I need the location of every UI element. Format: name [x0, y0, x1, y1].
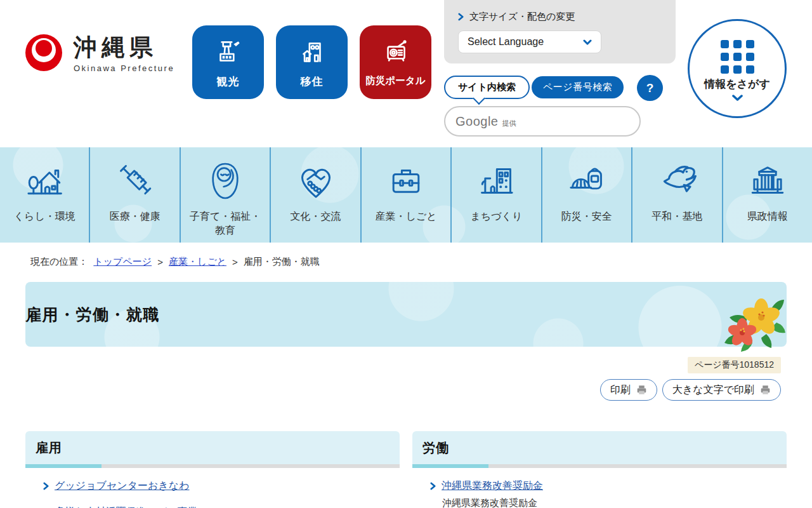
print-actions: 印刷 大きな文字で印刷: [600, 379, 781, 401]
section-employment: 雇用 グッジョブセンターおきなわ 多様な人材活躍促進モデル事業: [25, 431, 400, 508]
content-sections: 雇用 グッジョブセンターおきなわ 多様な人材活躍促進モデル事業: [25, 431, 787, 508]
site-search-tab-label: サイト内検索: [458, 81, 516, 93]
text-size-color-settings-link[interactable]: 文字サイズ・配色の変更: [458, 11, 575, 23]
print-large-text-button[interactable]: 大きな文字で印刷: [662, 379, 781, 401]
help-button-label: ?: [646, 81, 654, 95]
site-title: 沖縄県: [74, 34, 174, 62]
find-info-label: 情報をさがす: [704, 77, 770, 91]
link-description: 沖縄県業務改善奨励金: [442, 497, 787, 508]
breadcrumb-link-industry-work[interactable]: 産業・しごと: [169, 256, 226, 268]
section-labor-links: 沖縄県業務改善奨励金 沖縄県業務改善奨励金: [412, 479, 787, 508]
nav-item-label: 県政情報: [747, 210, 788, 224]
site-subtitle: Okinawa Prefecture: [74, 64, 174, 73]
breadcrumb-current: 雇用・労働・就職: [244, 256, 320, 268]
nav-item-town-planning[interactable]: まちづくり: [450, 147, 540, 243]
breadcrumb-prefix: 現在の位置：: [30, 256, 88, 268]
chevron-right-icon: [43, 482, 49, 490]
hibiscus-flowers-illustration: [722, 295, 785, 353]
nav-item-label: 子育て・福祉・教育: [185, 210, 265, 237]
language-select[interactable]: Select Language: [458, 30, 601, 53]
breadcrumb-separator: >: [157, 257, 163, 267]
handshake-heart-icon: [294, 152, 337, 210]
tourism-button[interactable]: 観光: [192, 25, 264, 99]
nav-item-medical-health[interactable]: 医療・健康: [89, 147, 179, 243]
print-button[interactable]: 印刷: [600, 379, 657, 401]
house-building-icon: [296, 32, 329, 74]
print-button-label: 印刷: [610, 384, 631, 397]
chevron-right-icon: [430, 482, 436, 490]
chevron-down-icon: [732, 95, 743, 101]
town-buildings-icon: [475, 152, 517, 210]
nav-item-peace-bases[interactable]: 平和・基地: [631, 147, 721, 243]
link-good-job-center-okinawa[interactable]: グッジョブセンターおきなわ: [55, 479, 190, 493]
google-provided-by-label: 提供: [502, 119, 516, 128]
section-employment-links: グッジョブセンターおきなわ 多様な人材活躍促進モデル事業: [25, 479, 400, 508]
breadcrumb-separator: >: [232, 257, 238, 267]
section-employment-title: 雇用: [25, 431, 400, 464]
airport-tower-icon: [212, 32, 245, 74]
help-button[interactable]: ?: [637, 75, 663, 101]
section-labor: 労働 沖縄県業務改善奨励金 沖縄県業務改善奨励金: [412, 431, 787, 508]
printer-icon: [636, 385, 647, 395]
category-nav: くらし・環境 医療・健康: [0, 147, 812, 243]
okinawa-logo-icon: [25, 34, 62, 71]
nav-item-label: まちづくり: [470, 210, 522, 224]
radio-icon: [379, 32, 413, 74]
section-labor-title: 労働: [412, 431, 787, 464]
baby-icon: [206, 152, 245, 210]
nav-item-label: 平和・基地: [652, 210, 702, 224]
print-large-text-label: 大きな文字で印刷: [672, 384, 754, 397]
disaster-portal-button[interactable]: 防災ポータル: [360, 25, 431, 99]
nav-item-living-environment[interactable]: くらし・環境: [0, 147, 89, 243]
link-okinawa-work-improvement-grant[interactable]: 沖縄県業務改善奨励金: [442, 479, 543, 493]
link-diverse-talent-model-project[interactable]: 多様な人材活躍促進モデル事業: [55, 505, 198, 508]
chevron-down-icon: [583, 39, 592, 45]
briefcase-icon: [385, 152, 427, 210]
settings-link-label: 文字サイズ・配色の変更: [469, 11, 575, 23]
disaster-portal-button-label: 防災ポータル: [365, 74, 425, 88]
chevron-right-icon: [458, 13, 464, 21]
list-item: グッジョブセンターおきなわ: [43, 479, 400, 493]
okinawa-prefecture-page: 沖縄県 Okinawa Prefecture 観光: [0, 0, 812, 508]
nav-item-label: 医療・健康: [110, 210, 160, 224]
page-title-banner: 雇用・労働・就職: [25, 282, 787, 347]
list-item: 沖縄県業務改善奨励金 沖縄県業務改善奨励金: [430, 479, 787, 508]
printer-icon: [760, 385, 771, 395]
tourism-button-label: 観光: [217, 74, 240, 89]
syringe-icon: [114, 152, 156, 210]
page-number-search-button[interactable]: ページ番号検索: [532, 76, 624, 98]
grid-menu-icon: [721, 40, 754, 74]
government-building-icon: [747, 152, 789, 210]
migration-button-label: 移住: [301, 74, 324, 89]
site-logo-link[interactable]: 沖縄県 Okinawa Prefecture: [25, 34, 174, 73]
nav-item-label: くらし・環境: [14, 210, 75, 224]
nav-item-disaster-safety[interactable]: 防災・安全: [541, 147, 631, 243]
breadcrumb: 現在の位置： トップページ > 産業・しごと > 雇用・労働・就職: [30, 256, 812, 268]
nav-item-industry-work[interactable]: 産業・しごと: [360, 147, 450, 243]
helmet-backpack-icon: [565, 152, 608, 210]
page-meta: ページ番号1018512 印刷 大きな文字で印刷: [0, 347, 812, 401]
google-logo: Google: [455, 114, 499, 129]
list-item: 多様な人材活躍促進モデル事業: [43, 505, 400, 508]
nav-item-label: 文化・交流: [291, 210, 341, 224]
language-select-value: Select Language: [468, 36, 544, 48]
nav-item-label: 産業・しごと: [375, 210, 436, 224]
nav-item-prefectural-info[interactable]: 県政情報: [722, 147, 812, 243]
page-number-badge: ページ番号1018512: [688, 357, 781, 373]
nav-item-childcare-welfare-education[interactable]: 子育て・福祉・教育: [180, 147, 270, 243]
dove-icon: [655, 152, 699, 210]
site-header: 沖縄県 Okinawa Prefecture 観光: [0, 0, 812, 147]
nav-item-culture-exchange[interactable]: 文化・交流: [270, 147, 360, 243]
page-number-search-label: ページ番号検索: [543, 81, 612, 93]
site-search-tab[interactable]: サイト内検索: [444, 76, 530, 99]
breadcrumb-link-top-page[interactable]: トップページ: [93, 256, 152, 268]
house-tree-icon: [23, 152, 65, 210]
page-title: 雇用・労働・就職: [25, 304, 160, 325]
section-accent-bar: [412, 464, 787, 468]
find-info-button[interactable]: 情報をさがす: [688, 19, 787, 118]
migration-button[interactable]: 移住: [276, 25, 348, 99]
section-accent-bar: [25, 464, 400, 468]
header-settings-panel: 文字サイズ・配色の変更 Select Language: [444, 0, 676, 64]
nav-item-label: 防災・安全: [561, 210, 612, 224]
site-search-input[interactable]: Google 提供: [444, 106, 641, 137]
